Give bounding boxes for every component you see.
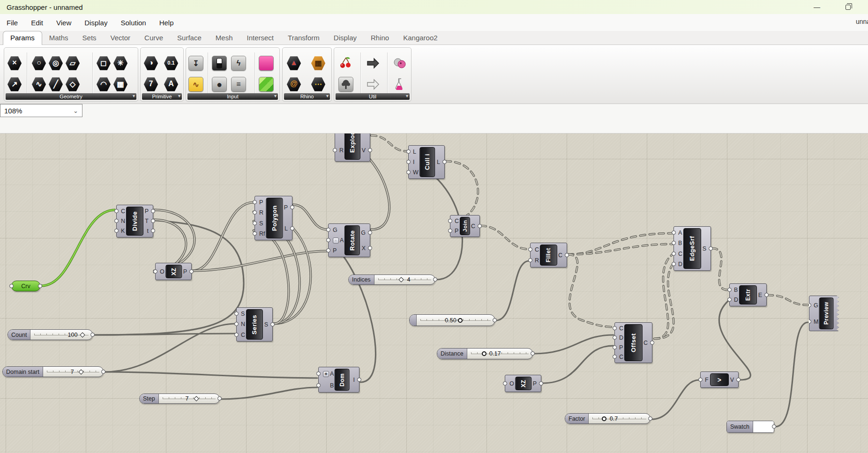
group-label-primitive[interactable]: Primitive▾: [142, 93, 182, 100]
menu-solution[interactable]: Solution: [114, 15, 152, 30]
tab-maths[interactable]: Maths: [42, 31, 75, 45]
wire-dashed[interactable]: [654, 265, 673, 339]
wire[interactable]: [221, 387, 317, 399]
wire-dashed[interactable]: [446, 161, 478, 221]
wire[interactable]: [105, 372, 317, 378]
slider-track[interactable]: 4: [374, 275, 435, 284]
expression-icon[interactable]: ✱: [323, 371, 329, 377]
mesh-surface-icon[interactable]: ▲: [286, 56, 301, 71]
wire-dashed[interactable]: [371, 135, 407, 151]
group-label-input[interactable]: Input▾: [187, 93, 278, 100]
text-param-icon[interactable]: A: [164, 77, 179, 92]
slider-track[interactable]: 100: [30, 330, 92, 340]
wire-dashed[interactable]: [712, 248, 728, 290]
wire-dashed[interactable]: [481, 226, 529, 249]
wire[interactable]: [293, 205, 327, 230]
slider-radius[interactable]: 0.50: [409, 314, 495, 326]
node-amplitude[interactable]: F > V: [700, 371, 739, 388]
node-preview[interactable]: GM Preview: [809, 296, 839, 331]
node-fillet[interactable]: CR Fillet C: [530, 243, 567, 267]
slider-track[interactable]: 0.7: [589, 414, 650, 423]
wire[interactable]: [193, 202, 254, 271]
value-list-icon[interactable]: ≡: [231, 77, 246, 92]
curve-param-icon[interactable]: ◎: [48, 56, 63, 71]
mesh-param-icon[interactable]: ✳: [113, 56, 128, 71]
hatch-icon[interactable]: ⋯: [311, 77, 326, 92]
waffle-icon[interactable]: ▦: [311, 56, 326, 71]
toggle-icon[interactable]: [212, 56, 227, 71]
wire[interactable]: [94, 334, 235, 335]
swatch-colour-well[interactable]: [753, 421, 774, 432]
menu-edit[interactable]: Edit: [24, 15, 50, 30]
arc-param-icon[interactable]: ∿: [31, 77, 46, 92]
value-bolt-icon[interactable]: ϟ: [231, 56, 246, 71]
plane-param-icon[interactable]: ▱: [65, 56, 80, 71]
wire[interactable]: [775, 322, 808, 427]
slider-knob[interactable]: [482, 351, 486, 356]
tree-icon[interactable]: [338, 77, 353, 92]
menu-help[interactable]: Help: [153, 15, 180, 30]
brep-param-icon[interactable]: ▦: [113, 77, 128, 92]
tab-intersect[interactable]: Intersect: [240, 31, 281, 45]
node-xz-plane-1[interactable]: O XZ P: [155, 263, 192, 280]
slider-domain-start[interactable]: Domain start 7: [2, 366, 104, 377]
tab-kangaroo2[interactable]: Kangaroo2: [396, 31, 444, 45]
node-edgesrf[interactable]: ABCD EdgeSrf S: [673, 226, 711, 271]
sketch-icon[interactable]: ∿: [188, 77, 203, 92]
param-x-icon[interactable]: ×: [7, 56, 22, 71]
flask-icon[interactable]: [392, 77, 407, 92]
wire-dashed[interactable]: [768, 295, 808, 305]
wire[interactable]: [329, 240, 375, 382]
number-param-icon[interactable]: 0.1: [164, 56, 179, 71]
expression-icon[interactable]: ◦: [333, 238, 339, 244]
node-polygon[interactable]: PRSRf Polygon PL: [254, 196, 292, 240]
line-param-icon[interactable]: ╱: [48, 77, 63, 92]
wire[interactable]: [105, 324, 235, 372]
node-join[interactable]: CP Join C: [450, 215, 480, 237]
slider-count[interactable]: Count 100: [7, 329, 93, 340]
gradient-icon[interactable]: [259, 77, 274, 92]
slider-track[interactable]: 7: [159, 394, 219, 403]
param-curve-pill[interactable]: Crv: [11, 281, 40, 291]
restore-button[interactable]: [837, 0, 859, 14]
wire-dashed[interactable]: [446, 161, 478, 221]
wire-dashed[interactable]: [568, 254, 614, 327]
menu-file[interactable]: File: [0, 15, 24, 30]
import-icon[interactable]: ↧: [188, 56, 203, 71]
surface-param-icon[interactable]: ◠: [96, 77, 111, 92]
slider-knob[interactable]: [602, 416, 606, 421]
slider-track[interactable]: 7: [43, 367, 103, 377]
knob-icon[interactable]: ●: [212, 77, 227, 92]
point-param-icon[interactable]: ◇: [65, 77, 80, 92]
wire[interactable]: [719, 301, 750, 380]
colour-swatch[interactable]: Swatch: [726, 421, 774, 433]
slider-knob[interactable]: [458, 318, 463, 323]
group-label-util[interactable]: Util▾: [336, 93, 410, 100]
slider-indices[interactable]: Indices 4: [348, 275, 435, 285]
boolean-param-icon[interactable]: ◑: [143, 56, 158, 71]
integer-param-icon[interactable]: 7: [143, 77, 158, 92]
data-input-arrow-icon[interactable]: [366, 77, 381, 92]
vector-param-icon[interactable]: ↗: [7, 77, 22, 92]
tab-rhino[interactable]: Rhino: [364, 31, 396, 45]
menu-display[interactable]: Display: [78, 15, 114, 30]
tab-sets[interactable]: Sets: [75, 31, 104, 45]
node-extrude[interactable]: BD Extr E: [729, 283, 767, 306]
node-explode[interactable]: CR Explode SV: [335, 134, 370, 162]
node-cull-index[interactable]: LIW Cull i L: [408, 145, 445, 179]
wire[interactable]: [41, 210, 115, 286]
zoom-level-combobox[interactable]: 108% ⌄: [0, 104, 82, 117]
galapagos-icon[interactable]: [392, 56, 407, 71]
minimize-button[interactable]: —: [806, 0, 828, 14]
circle-param-icon[interactable]: ○: [31, 56, 46, 71]
definition-canvas[interactable]: CR Explode SV LIW Cull i L CNK Divide PT…: [0, 134, 868, 453]
tab-display[interactable]: Display: [327, 31, 364, 45]
slider-factor[interactable]: Factor 0.7: [565, 413, 651, 424]
node-construct-domain[interactable]: ✱AB Dom I: [318, 367, 359, 393]
tab-transform[interactable]: Transform: [281, 31, 327, 45]
slider-track[interactable]: 0.17: [467, 349, 532, 359]
node-rotate[interactable]: G◦AP Rotate GX: [328, 223, 370, 257]
node-series[interactable]: SNC Series S: [236, 307, 273, 342]
tab-curve[interactable]: Curve: [137, 31, 170, 45]
group-label-geometry[interactable]: Geometry▾: [6, 93, 136, 100]
